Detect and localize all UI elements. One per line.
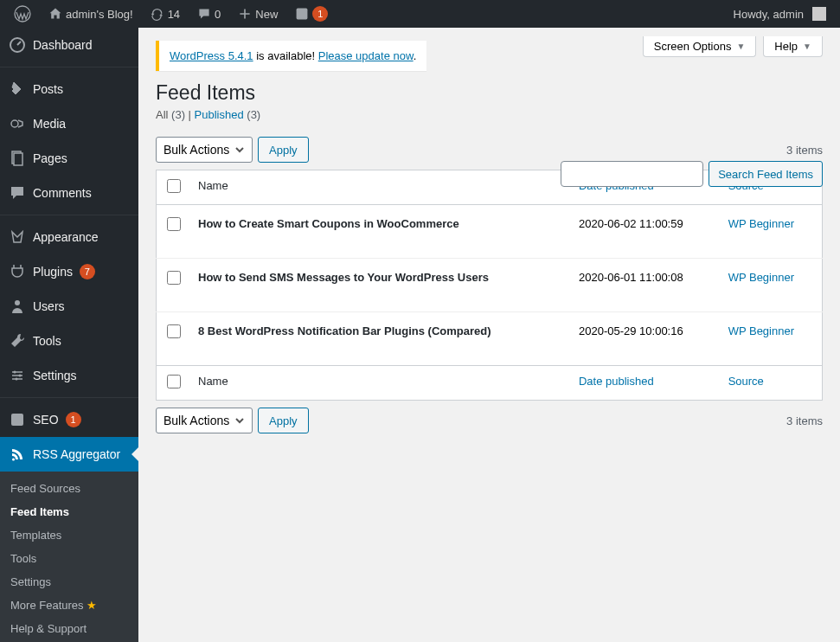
items-count-bottom: 3 items <box>786 414 823 427</box>
svg-point-9 <box>16 378 18 381</box>
screen-options-button[interactable]: Screen Options▼ <box>643 36 757 57</box>
avatar <box>812 7 826 21</box>
plugins-badge: 7 <box>80 264 95 279</box>
submenu-feed-items[interactable]: Feed Items <box>0 500 138 523</box>
search-input[interactable] <box>561 161 703 187</box>
submenu-rss: Feed Sources Feed Items Templates Tools … <box>0 472 138 642</box>
col-name-footer[interactable]: Name <box>189 366 570 401</box>
row-source-link[interactable]: WP Beginner <box>728 324 794 337</box>
table-row: How to Send SMS Messages to Your WordPre… <box>157 259 823 312</box>
svg-rect-5 <box>14 153 22 165</box>
caret-down-icon: ▼ <box>803 42 811 51</box>
admin-toolbar: admin's Blog! 14 0 New 1 Howdy, admin <box>0 0 840 28</box>
comments-link[interactable]: 0 <box>190 0 228 28</box>
menu-posts[interactable]: Posts <box>0 72 138 106</box>
greeting-text: Howdy, admin <box>734 8 804 21</box>
row-title[interactable]: How to Create Smart Coupons in WooCommer… <box>198 217 459 230</box>
site-name-text: admin's Blog! <box>66 8 133 21</box>
menu-dashboard[interactable]: Dashboard <box>0 28 138 62</box>
row-date: 2020-06-01 11:00:08 <box>570 259 720 312</box>
menu-settings[interactable]: Settings <box>0 358 138 393</box>
menu-users[interactable]: Users <box>0 289 138 324</box>
menu-separator <box>0 67 138 67</box>
menu-comments[interactable]: Comments <box>0 176 138 210</box>
site-name-link[interactable]: admin's Blog! <box>42 0 140 28</box>
menu-appearance[interactable]: Appearance <box>0 220 138 254</box>
updates-count: 14 <box>168 8 180 21</box>
caret-down-icon: ▼ <box>736 42 745 51</box>
menu-plugins[interactable]: Plugins7 <box>0 254 138 289</box>
submenu-feed-sources[interactable]: Feed Sources <box>0 477 138 500</box>
menu-rss-aggregator[interactable]: RSS Aggregator <box>0 437 138 472</box>
feed-items-table: Name Date published Source How to Create… <box>156 170 823 401</box>
filter-links: All (3) | Published (3) <box>138 108 840 130</box>
apply-button-top[interactable]: Apply <box>258 137 309 163</box>
filter-all[interactable]: All <box>156 108 168 121</box>
row-source-link[interactable]: WP Beginner <box>728 271 794 284</box>
submenu-more-features[interactable]: More Features ★ <box>0 594 138 617</box>
col-source-footer[interactable]: Source <box>720 366 823 401</box>
col-date-published-footer[interactable]: Date published <box>570 366 720 401</box>
submenu-tools[interactable]: Tools <box>0 547 138 570</box>
row-checkbox[interactable] <box>167 324 181 338</box>
page-title: Feed Items <box>138 71 840 108</box>
col-name[interactable]: Name <box>189 170 570 205</box>
filter-published[interactable]: Published <box>195 108 244 121</box>
seo-adminbar-link[interactable]: 1 <box>288 0 335 28</box>
menu-tools[interactable]: Tools <box>0 324 138 358</box>
help-button[interactable]: Help▼ <box>763 36 823 57</box>
star-icon: ★ <box>87 599 97 612</box>
menu-seo[interactable]: SEO1 <box>0 402 138 437</box>
svg-rect-1 <box>297 9 308 20</box>
submenu-help-support[interactable]: Help & Support <box>0 617 138 640</box>
select-all-top[interactable] <box>167 179 181 193</box>
row-date: 2020-05-29 10:00:16 <box>570 312 720 366</box>
seo-badge: 1 <box>66 412 81 427</box>
account-link[interactable]: Howdy, admin <box>727 0 833 28</box>
main-content: Screen Options▼ Help▼ WordPress 5.4.1 is… <box>138 28 840 642</box>
bulk-actions-select-top[interactable]: Bulk Actions <box>156 137 253 163</box>
row-date: 2020-06-02 11:00:59 <box>570 205 720 259</box>
wp-version-link[interactable]: WordPress 5.4.1 <box>170 49 253 62</box>
select-all-bottom[interactable] <box>167 375 181 388</box>
updates-link[interactable]: 14 <box>144 0 187 28</box>
search-button[interactable]: Search Feed Items <box>709 161 823 187</box>
row-checkbox[interactable] <box>167 271 181 285</box>
menu-separator <box>0 397 138 398</box>
submenu-settings[interactable]: Settings <box>0 570 138 594</box>
update-notice: WordPress 5.4.1 is available! Please upd… <box>156 41 426 71</box>
table-row: 8 Best WordPress Notification Bar Plugin… <box>157 312 823 366</box>
menu-separator <box>0 215 138 215</box>
submenu-templates[interactable]: Templates <box>0 523 138 547</box>
svg-point-8 <box>19 375 22 377</box>
update-now-link[interactable]: Please update now <box>318 49 414 62</box>
apply-button-bottom[interactable]: Apply <box>258 408 309 433</box>
bulk-actions-select-bottom[interactable]: Bulk Actions <box>156 408 253 433</box>
row-source-link[interactable]: WP Beginner <box>728 217 794 230</box>
menu-pages[interactable]: Pages <box>0 141 138 176</box>
seo-notice-badge: 1 <box>312 6 328 22</box>
row-title[interactable]: 8 Best WordPress Notification Bar Plugin… <box>198 324 491 337</box>
new-content-link[interactable]: New <box>231 0 285 28</box>
table-row: How to Create Smart Coupons in WooCommer… <box>157 205 823 259</box>
row-checkbox[interactable] <box>167 217 181 231</box>
items-count-top: 3 items <box>786 144 823 157</box>
row-title[interactable]: How to Send SMS Messages to Your WordPre… <box>198 271 489 284</box>
menu-media[interactable]: Media <box>0 106 138 141</box>
svg-point-7 <box>14 371 16 374</box>
admin-sidebar: Dashboard Posts Media Pages Comments App… <box>0 28 138 642</box>
svg-point-6 <box>15 300 20 305</box>
comments-count: 0 <box>215 8 221 21</box>
svg-rect-10 <box>11 414 23 426</box>
wp-logo[interactable] <box>7 0 38 28</box>
svg-point-3 <box>11 120 18 127</box>
new-label: New <box>255 8 278 21</box>
